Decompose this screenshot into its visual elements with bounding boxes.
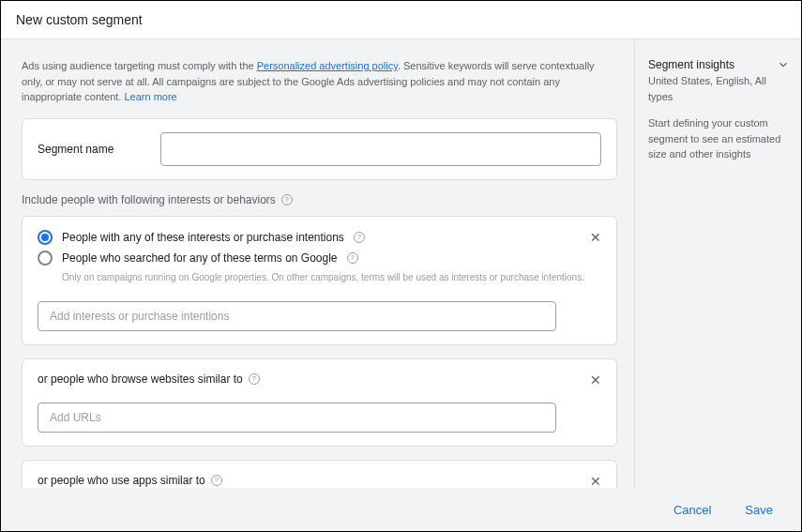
help-icon[interactable]: ? <box>354 232 365 243</box>
cancel-button[interactable]: Cancel <box>668 495 717 524</box>
main-column: Ads using audience targeting must comply… <box>1 39 634 488</box>
radio-searched-note: Only on campaigns running on Google prop… <box>62 271 601 284</box>
websites-heading: or people who browse websites similar to… <box>38 372 601 386</box>
segment-name-input[interactable] <box>160 132 601 166</box>
include-label: Include people with following interests … <box>22 193 617 206</box>
help-icon[interactable]: ? <box>211 475 222 486</box>
interests-card: ✕ People with any of these interests or … <box>22 216 617 345</box>
dialog-content: Ads using audience targeting must comply… <box>1 39 801 488</box>
urls-input[interactable] <box>38 403 556 433</box>
interests-input[interactable] <box>38 301 556 331</box>
apps-card: ✕ or people who use apps similar to ? <box>22 460 617 489</box>
radio-selected-icon <box>38 230 53 245</box>
segment-name-label: Segment name <box>38 143 113 156</box>
segment-insights-panel: Segment insights United States, English,… <box>634 39 801 488</box>
policy-link[interactable]: Personalized advertising policy <box>257 60 398 71</box>
radio-searched-label: People who searched for any of these ter… <box>62 251 338 265</box>
radio-interests[interactable]: People with any of these interests or pu… <box>38 230 601 245</box>
segment-name-card: Segment name <box>22 118 617 180</box>
websites-card: ✕ or people who browse websites similar … <box>22 358 617 447</box>
dialog-title: New custom segment <box>1 1 801 39</box>
dialog-footer: Cancel Save <box>1 488 801 531</box>
policy-text: Ads using audience targeting must comply… <box>22 58 617 105</box>
insights-title: Segment insights <box>648 56 788 73</box>
help-icon[interactable]: ? <box>249 373 260 385</box>
learn-more-link[interactable]: Learn more <box>124 91 176 102</box>
custom-segment-dialog: New custom segment Ads using audience ta… <box>0 0 802 532</box>
insights-description: Start defining your custom segment to se… <box>648 115 788 162</box>
close-icon[interactable]: ✕ <box>590 474 601 489</box>
radio-interests-label: People with any of these interests or pu… <box>62 231 344 244</box>
close-icon[interactable]: ✕ <box>590 372 601 388</box>
policy-pre: Ads using audience targeting must comply… <box>22 60 257 71</box>
radio-searched[interactable]: People who searched for any of these ter… <box>38 251 601 266</box>
radio-unselected-icon <box>38 251 53 266</box>
help-icon[interactable]: ? <box>281 194 293 205</box>
chevron-down-icon[interactable] <box>777 58 790 76</box>
apps-heading: or people who use apps similar to ? <box>38 474 601 487</box>
help-icon[interactable]: ? <box>347 252 358 264</box>
save-button[interactable]: Save <box>739 495 779 524</box>
insights-subtitle: United States, English, All types <box>648 73 788 104</box>
close-icon[interactable]: ✕ <box>590 230 601 245</box>
